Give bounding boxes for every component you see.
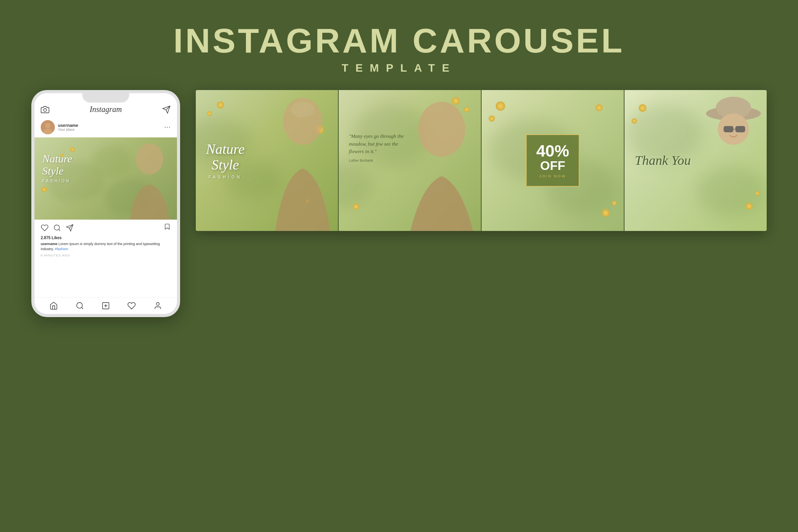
features-row: Ps 5 CREATIVEDESIGN EASY TO EDITTEXT & C…	[31, 333, 767, 356]
feature-easy-edit: EASY TO EDITTEXT & COLORS	[354, 333, 446, 356]
slide1-nature-text: NatureStyle	[206, 142, 245, 173]
ig-username: username	[58, 123, 161, 128]
home-nav-icon[interactable]	[49, 301, 58, 310]
add-nav-icon[interactable]	[101, 301, 110, 310]
bookmark-icon[interactable]	[164, 223, 171, 233]
text-icon: T	[485, 333, 508, 356]
s3-gdot-2	[489, 115, 495, 122]
slide1-content: NatureStyle FASHION	[202, 138, 249, 183]
s3-gdot-1	[496, 101, 505, 111]
slide4-thank-you: Thank You	[635, 153, 691, 168]
ig-user-info: username Your place	[58, 123, 161, 132]
svg-point-4	[45, 123, 51, 128]
ig-fashion-label: FASHION	[42, 179, 72, 183]
avatar	[41, 120, 55, 134]
carousel-preview: NatureStyle FASHION	[196, 90, 767, 231]
carousel-slide-3: 40% OFF JOIN NOW	[482, 90, 624, 231]
ig-post-text: NatureStyle FASHION	[42, 153, 72, 183]
feature-free-font: T ITEM USESFREE FONT	[485, 333, 558, 356]
carousel-slide-2: "Many eyes go through the meadow, but fe…	[339, 90, 481, 231]
discount-off: OFF	[536, 159, 569, 172]
svg-line-28	[367, 337, 372, 341]
sub-title: TEMPLATE	[173, 62, 625, 74]
svg-point-6	[136, 143, 163, 175]
ig-user-row: username Your place ···	[34, 117, 177, 137]
carousel-slide-1: NatureStyle FASHION	[196, 90, 338, 231]
ig-logo: Instagram	[49, 105, 162, 114]
ig-actions[interactable]	[34, 220, 177, 236]
svg-point-19	[418, 102, 465, 157]
slide2-content: "Many eyes go through the meadow, but fe…	[339, 132, 424, 162]
carousel-slide-4: Thank You	[625, 90, 767, 231]
photoshop-icon: Ps	[240, 333, 264, 356]
svg-rect-23	[724, 126, 733, 132]
heart-nav-icon[interactable]	[127, 301, 136, 310]
phone-notch	[82, 93, 129, 103]
share-icon[interactable]	[66, 224, 74, 232]
feature-free-font-label: ITEM USESFREE FONT	[515, 335, 558, 354]
slide2-author: Luther Burbank	[345, 159, 418, 162]
search-nav-icon[interactable]	[76, 301, 84, 310]
phone-screen: Instagram	[34, 93, 177, 314]
ig-bottom-nav	[34, 297, 177, 314]
feature-creative-design: Ps 5 CREATIVEDESIGN	[240, 333, 315, 356]
camera-icon	[41, 105, 49, 114]
comment-icon[interactable]	[53, 224, 61, 232]
ig-post-image: NatureStyle FASHION	[34, 137, 177, 220]
s2-gdot-1	[452, 97, 460, 105]
ig-place: Your place	[58, 128, 161, 132]
content-row: Instagram	[31, 90, 767, 317]
send-icon	[162, 105, 171, 114]
svg-point-11	[76, 303, 82, 308]
s3-gdot-5	[596, 104, 603, 111]
slide2-quote: "Many eyes go through the meadow, but fe…	[345, 132, 418, 155]
slide1-fashion-label: FASHION	[206, 175, 245, 179]
title-section: INSTAGRAM CAROUSEL TEMPLATE	[173, 23, 625, 74]
s3-gdot-4	[612, 201, 617, 206]
feature-creative-design-label: 5 CREATIVEDESIGN	[270, 335, 315, 354]
s4-gdot-3	[746, 203, 753, 210]
main-title: INSTAGRAM CAROUSEL	[173, 23, 625, 58]
discount-box: 40% OFF JOIN NOW	[526, 134, 579, 187]
s3-gdot-3	[602, 209, 610, 217]
svg-text:Ps: Ps	[246, 340, 257, 350]
svg-point-7	[54, 225, 60, 230]
discount-join: JOIN NOW	[536, 174, 569, 178]
main-container: INSTAGRAM CAROUSEL TEMPLATE Instagram	[0, 0, 798, 532]
svg-line-12	[81, 307, 83, 309]
ig-more-dots[interactable]: ···	[164, 124, 171, 131]
svg-rect-24	[735, 126, 745, 132]
ig-likes: 2.875 Likes	[34, 236, 177, 240]
feature-easy-edit-label: EASY TO EDITTEXT & COLORS	[383, 335, 446, 354]
s1-gdot-2	[207, 111, 212, 116]
pencil-icon	[354, 333, 377, 356]
person-silhouette	[122, 137, 177, 220]
discount-percent: 40%	[536, 143, 569, 159]
profile-nav-icon[interactable]	[153, 301, 162, 310]
svg-line-8	[59, 229, 60, 231]
slide4-content: Thank You	[631, 149, 695, 171]
slide4-person	[702, 94, 765, 172]
svg-point-16	[156, 303, 159, 305]
ig-timestamp: 8 MINUTES AGO	[34, 253, 177, 260]
slide3-content: 40% OFF JOIN NOW	[522, 130, 583, 191]
slide1-person	[267, 90, 338, 231]
like-icon[interactable]	[41, 224, 49, 232]
caption-hashtag[interactable]: #fashion	[55, 247, 68, 251]
phone-mockup: Instagram	[31, 90, 180, 317]
ig-caption: username Lorem Ipsum is simply dummy tex…	[34, 240, 177, 253]
s4-gdot-4	[755, 191, 760, 196]
caption-username: username	[41, 242, 58, 246]
ig-nature-style: NatureStyle	[42, 153, 72, 177]
svg-point-0	[43, 108, 46, 111]
svg-point-18	[291, 102, 314, 117]
